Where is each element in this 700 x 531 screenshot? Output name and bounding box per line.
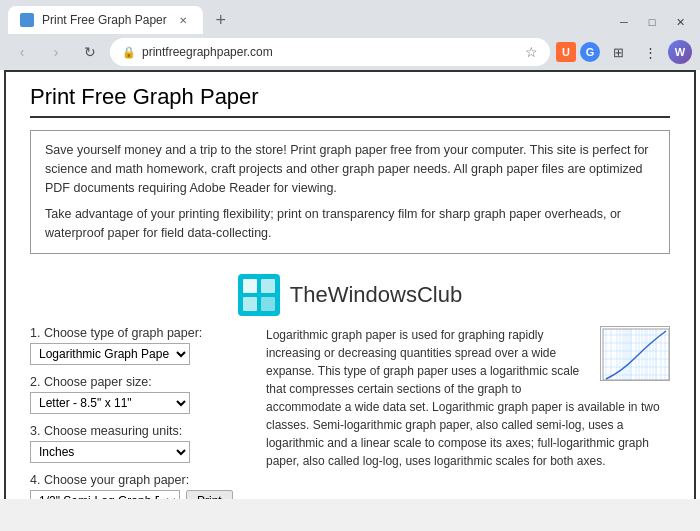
bookmark-icon[interactable]: ☆ — [525, 44, 538, 60]
tab-favicon — [20, 13, 34, 27]
forward-button[interactable]: › — [42, 38, 70, 66]
reload-button[interactable]: ↻ — [76, 38, 104, 66]
step3-label: 3. Choose measuring units: — [30, 424, 250, 438]
watermark-area: TheWindowsClub — [30, 268, 670, 326]
intro-p2: Take advantage of your printing flexibil… — [45, 205, 655, 243]
lock-icon: 🔒 — [122, 46, 136, 59]
step2-label: 2. Choose paper size: — [30, 375, 250, 389]
minimize-button[interactable]: ─ — [612, 10, 636, 34]
browser-menu-button[interactable]: ⋮ — [636, 38, 664, 66]
new-tab-button[interactable]: + — [207, 6, 235, 34]
url-bar[interactable]: 🔒 printfreegraphpaper.com ☆ — [110, 38, 550, 66]
step1-label: 1. Choose type of graph paper: — [30, 326, 250, 340]
close-button[interactable]: ✕ — [668, 10, 692, 34]
graph-paper-select[interactable]: 1/2" Semi-Log Graph Paper — [30, 490, 180, 499]
paper-size-select[interactable]: Letter - 8.5" x 11" — [30, 392, 190, 414]
step4-group: 4. Choose your graph paper: 1/2" Semi-Lo… — [30, 473, 250, 499]
right-panel: Logarithmic graph paper is used for grap… — [266, 326, 670, 499]
graph-type-select[interactable]: Logarithmic Graph Paper — [30, 343, 190, 365]
step2-group: 2. Choose paper size: Letter - 8.5" x 11… — [30, 375, 250, 414]
page-wrapper: Print Free Graph Paper Save yourself mon… — [0, 70, 700, 499]
units-select[interactable]: Inches — [30, 441, 190, 463]
maximize-button[interactable]: □ — [640, 10, 664, 34]
step1-group: 1. Choose type of graph paper: Logarithm… — [30, 326, 250, 365]
svg-rect-4 — [261, 297, 275, 311]
browser-tab[interactable]: Print Free Graph Paper ✕ — [8, 6, 203, 34]
page-content: Print Free Graph Paper Save yourself mon… — [10, 72, 690, 499]
svg-rect-2 — [261, 279, 275, 293]
extension-g-icon[interactable]: G — [580, 42, 600, 62]
tab-close-button[interactable]: ✕ — [175, 12, 191, 28]
address-bar: ‹ › ↻ 🔒 printfreegraphpaper.com ☆ U G ⊞ … — [0, 34, 700, 70]
svg-rect-3 — [243, 297, 257, 311]
url-text: printfreegraphpaper.com — [142, 45, 519, 59]
step4-label: 4. Choose your graph paper: — [30, 473, 250, 487]
svg-rect-1 — [243, 279, 257, 293]
intro-p1: Save yourself money and a trip to the st… — [45, 141, 655, 197]
extension-u-icon[interactable]: U — [556, 42, 576, 62]
watermark-text: TheWindowsClub — [290, 282, 462, 308]
user-avatar[interactable]: W — [668, 40, 692, 64]
extensions-menu-button[interactable]: ⊞ — [604, 38, 632, 66]
main-content: 1. Choose type of graph paper: Logarithm… — [30, 326, 670, 499]
tab-title: Print Free Graph Paper — [42, 13, 167, 27]
twc-logo — [238, 274, 280, 316]
back-button[interactable]: ‹ — [8, 38, 36, 66]
log-paper-preview — [600, 326, 670, 381]
toolbar-icons: U G ⊞ ⋮ W — [556, 38, 692, 66]
print-button[interactable]: Print — [186, 490, 233, 499]
left-panel: 1. Choose type of graph paper: Logarithm… — [30, 326, 250, 499]
window-controls: ─ □ ✕ — [612, 10, 692, 34]
intro-box: Save yourself money and a trip to the st… — [30, 130, 670, 254]
print-row: 1/2" Semi-Log Graph Paper Print — [30, 490, 250, 499]
page-title: Print Free Graph Paper — [30, 84, 670, 118]
step3-group: 3. Choose measuring units: Inches — [30, 424, 250, 463]
